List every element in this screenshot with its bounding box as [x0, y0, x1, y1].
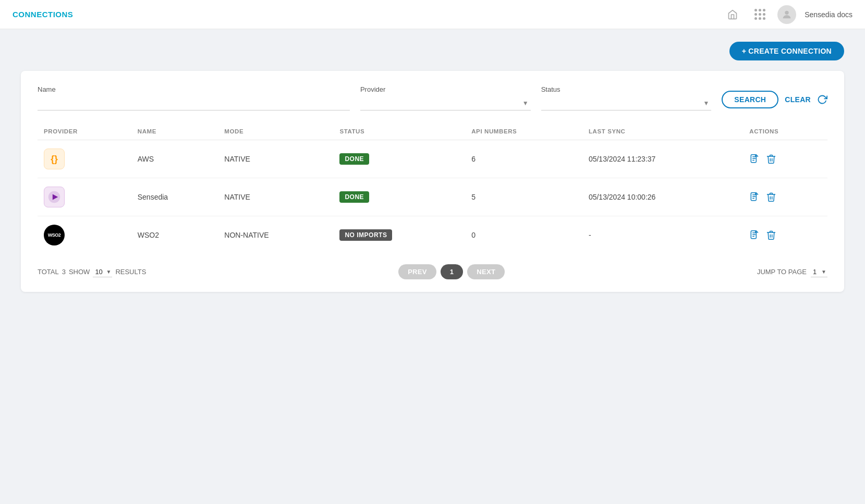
pagination-center: PREV 1 NEXT	[146, 264, 757, 279]
pagination-row: TOTAL 3 SHOW 10 25 50 ▼ RESULTS PREV 1 N…	[38, 264, 827, 279]
col-provider: PROVIDER	[38, 123, 131, 140]
show-select[interactable]: 10 25 50	[93, 267, 112, 277]
wso2-logo: WSO2	[44, 225, 65, 245]
grid-icon	[754, 9, 765, 20]
document-icon	[749, 192, 760, 202]
cell-api-numbers: 0	[465, 216, 582, 254]
document-icon	[749, 154, 760, 164]
cell-name: Sensedia	[131, 178, 218, 216]
status-badge-done: DONE	[339, 153, 369, 165]
status-filter-field: Status DONE NO IMPORTS ▼	[541, 85, 712, 110]
cell-name: AWS	[131, 140, 218, 178]
trash-icon	[766, 154, 776, 164]
next-button[interactable]: NEXT	[467, 264, 505, 279]
refresh-icon	[817, 94, 827, 105]
filter-actions: SEARCH CLEAR	[722, 91, 827, 110]
name-filter-label: Name	[38, 85, 350, 93]
refresh-button[interactable]	[817, 94, 827, 105]
cell-mode: NATIVE	[218, 140, 333, 178]
provider-filter-label: Provider	[360, 85, 531, 93]
jump-select-wrap: 1 ▼	[811, 267, 827, 277]
cell-api-numbers: 5	[465, 178, 582, 216]
topnav-right: Sensedia docs	[723, 5, 852, 24]
trash-icon	[766, 230, 776, 240]
trash-icon	[766, 192, 776, 202]
delete-button[interactable]	[766, 154, 776, 164]
connections-table: PROVIDER NAME MODE STATUS API NUMBERS LA…	[38, 123, 827, 254]
col-api-numbers: API NUMBERS	[465, 123, 582, 140]
page-1-button[interactable]: 1	[441, 264, 464, 279]
status-filter-label: Status	[541, 85, 712, 93]
cell-status: NO IMPORTS	[333, 216, 465, 254]
col-actions: ACTIONS	[743, 123, 827, 140]
status-badge-done: DONE	[339, 191, 369, 203]
show-select-wrap: 10 25 50 ▼	[93, 267, 112, 277]
sensedia-logo	[44, 187, 65, 207]
pagination-info: TOTAL 3 SHOW 10 25 50 ▼ RESULTS	[38, 267, 146, 277]
table-row: {} AWS NATIVE DONE 6 05/13/2024 11:23:37	[38, 140, 827, 178]
table-body: {} AWS NATIVE DONE 6 05/13/2024 11:23:37	[38, 140, 827, 254]
table-header: PROVIDER NAME MODE STATUS API NUMBERS LA…	[38, 123, 827, 140]
cell-actions	[743, 216, 827, 254]
col-name: NAME	[131, 123, 218, 140]
action-icons	[749, 192, 821, 202]
clear-button[interactable]: CLEAR	[785, 95, 811, 104]
jump-to-page-label: JUMP TO PAGE	[757, 268, 807, 276]
total-count: 3	[62, 268, 66, 276]
provider-filter-field: Provider AWS Sensedia WSO2 ▼	[360, 85, 531, 110]
status-filter-select[interactable]: DONE NO IMPORTS	[541, 95, 712, 110]
action-icons	[749, 230, 821, 240]
cell-status: DONE	[333, 178, 465, 216]
cell-provider-logo: {}	[38, 140, 131, 178]
document-icon	[749, 230, 760, 240]
aws-logo: {}	[44, 149, 65, 169]
results-label: RESULTS	[115, 268, 146, 276]
cell-provider-logo	[38, 178, 131, 216]
action-icons	[749, 154, 821, 164]
table-wrap: PROVIDER NAME MODE STATUS API NUMBERS LA…	[38, 123, 827, 254]
topnav: CONNECTIONS Sensedia docs	[0, 0, 865, 29]
cell-actions	[743, 140, 827, 178]
delete-button[interactable]	[766, 192, 776, 202]
total-label: TOTAL	[38, 268, 59, 276]
main-content: + CREATE CONNECTION Name Provider AWS Se…	[0, 29, 865, 304]
status-badge-no-imports: NO IMPORTS	[339, 229, 392, 241]
provider-filter-select[interactable]: AWS Sensedia WSO2	[360, 95, 531, 110]
table-row: Sensedia NATIVE DONE 5 05/13/2024 10:00:…	[38, 178, 827, 216]
provider-select-wrap: AWS Sensedia WSO2 ▼	[360, 95, 531, 110]
col-mode: MODE	[218, 123, 333, 140]
filter-row: Name Provider AWS Sensedia WSO2 ▼	[38, 85, 827, 110]
avatar[interactable]	[777, 5, 796, 24]
home-icon-btn[interactable]	[723, 5, 742, 24]
create-connection-button[interactable]: + CREATE CONNECTION	[729, 42, 844, 60]
jump-select[interactable]: 1	[811, 267, 827, 277]
cell-status: DONE	[333, 140, 465, 178]
cell-last-sync: 05/13/2024 11:23:37	[582, 140, 743, 178]
cell-name: WSO2	[131, 216, 218, 254]
view-logs-button[interactable]	[749, 192, 760, 202]
cell-provider-logo: WSO2	[38, 216, 131, 254]
app-title: CONNECTIONS	[13, 10, 73, 19]
view-logs-button[interactable]	[749, 154, 760, 164]
docs-link[interactable]: Sensedia docs	[805, 10, 852, 19]
filter-card: Name Provider AWS Sensedia WSO2 ▼	[21, 71, 844, 292]
svg-text:{}: {}	[51, 154, 58, 164]
svg-point-0	[785, 10, 788, 14]
cell-mode: NON-NATIVE	[218, 216, 333, 254]
status-select-wrap: DONE NO IMPORTS ▼	[541, 95, 712, 110]
table-row: WSO2 WSO2 NON-NATIVE NO IMPORTS 0 -	[38, 216, 827, 254]
delete-button[interactable]	[766, 230, 776, 240]
apps-icon-btn[interactable]	[750, 5, 769, 24]
cell-actions	[743, 178, 827, 216]
name-filter-input[interactable]	[38, 95, 350, 110]
cell-last-sync: 05/13/2024 10:00:26	[582, 178, 743, 216]
show-label: SHOW	[69, 268, 90, 276]
cell-api-numbers: 6	[465, 140, 582, 178]
cell-mode: NATIVE	[218, 178, 333, 216]
action-row: + CREATE CONNECTION	[21, 42, 844, 60]
search-button[interactable]: SEARCH	[722, 91, 778, 108]
view-logs-button[interactable]	[749, 230, 760, 240]
name-filter-field: Name	[38, 85, 350, 110]
col-last-sync: LAST SYNC	[582, 123, 743, 140]
prev-button[interactable]: PREV	[398, 264, 436, 279]
